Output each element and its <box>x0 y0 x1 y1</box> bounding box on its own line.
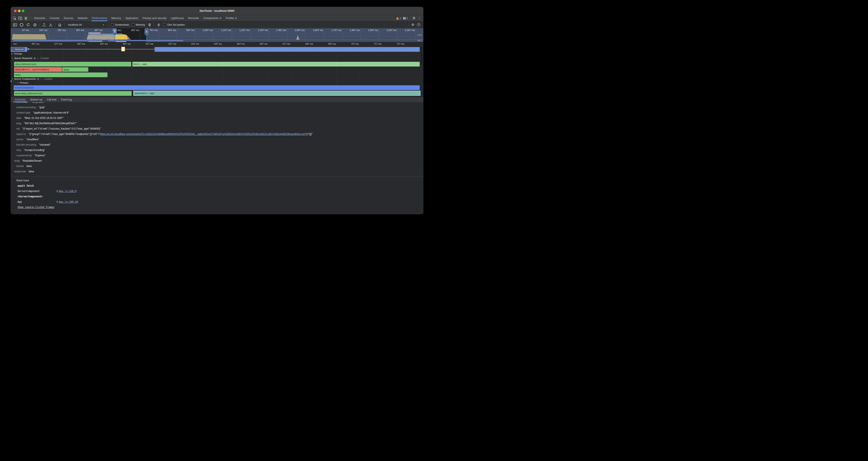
atom-icon <box>37 78 39 80</box>
frame-source-link[interactable]: App.js:190:16 <box>59 200 78 203</box>
settings-gear-icon[interactable]: ⚙ <box>412 17 415 20</box>
stack-frame: ServerComponent@App.js:128:9 <box>18 189 423 194</box>
tab-profiler[interactable]: Profiler <box>224 15 240 21</box>
screen: DevTools - localhost:3000/ ElementsConso… <box>0 0 434 231</box>
header-row-transfer-encoding: transfer-encoding"chunked" <box>11 142 423 147</box>
checkbox-box <box>163 23 166 26</box>
devtools-tabbar: ElementsConsoleSourcesNetworkPerformance… <box>11 15 423 21</box>
network-request-bar-small[interactable] <box>121 47 125 51</box>
header-key: date <box>16 117 21 119</box>
panel-settings-gear-icon[interactable]: ⚙ <box>411 23 414 27</box>
tab-components[interactable]: Components <box>201 15 224 21</box>
dim-3rd-parties-checkbox[interactable]: Dim 3rd parties <box>163 23 185 26</box>
history-dropdown-value: localhost #4 <box>68 23 82 26</box>
more-options-kebab-icon[interactable]: ⋮ <box>417 16 421 20</box>
tab-performance[interactable]: Performance <box>90 15 110 21</box>
load-profile-icon[interactable] <box>42 23 46 27</box>
header-value: "application/json; charset=utf-8" <box>33 111 69 114</box>
timeline-ruler: ms567 ms577 ms587 ms597 ms607 ms617 ms62… <box>11 42 423 47</box>
screenshots-checkbox[interactable]: Screenshots <box>111 23 129 26</box>
overview-tick-label: 1,697 ms <box>306 29 323 31</box>
server-request-bar-delay-deferred[interactable]: delay (deferred text) <box>14 62 131 66</box>
screenshots-label: Screenshots <box>115 23 129 26</box>
window-title: DevTools - localhost:3000/ <box>11 7 423 15</box>
header-key: content-type <box>16 111 30 114</box>
tab-console[interactable]: Console <box>48 15 62 21</box>
overview-tick-label: 1,297 ms <box>232 29 249 31</box>
ruler-tick-label: 617 ms <box>139 42 153 45</box>
server-requests-title: Server Requests <box>14 57 32 59</box>
panel-tabs: ElementsConsoleSourcesNetworkPerformance… <box>32 15 239 21</box>
tabbar-right: 1 1 ⚙ ⋮ <box>396 16 423 20</box>
server-request-bar-delay2[interactable]: delay <box>14 73 107 77</box>
ruler-tick-label: 647 ms <box>208 42 222 45</box>
tab-memory[interactable]: Memory <box>109 15 123 21</box>
details-tab-event-log[interactable]: Event log <box>59 97 74 102</box>
tab-lighthouse[interactable]: Lighthouse <box>168 15 186 21</box>
overview-tick-label: 997 ms <box>177 29 194 31</box>
response-headers-list: connection"keep-alive"content-encoding"g… <box>11 102 423 174</box>
await-fetch-bar-selected[interactable]: await fetch (…/api) <box>133 91 421 96</box>
network-request-bar-long[interactable] <box>155 47 420 52</box>
tab-application[interactable]: Application <box>123 15 140 21</box>
stack-frame: Show ignore-listed frames <box>18 205 423 210</box>
network-track-title: Network <box>15 48 24 51</box>
issues-badge[interactable]: 1 <box>403 17 408 20</box>
clear-button[interactable] <box>33 23 37 27</box>
live-metrics-home-icon[interactable] <box>58 23 62 27</box>
checkbox-box <box>111 23 114 26</box>
flame-scrollbar-thumb[interactable] <box>421 47 422 50</box>
primary-subtrack-header[interactable]: ▼ Primary <box>17 82 28 84</box>
timeline-overview[interactable]: 97 ms197 ms297 ms397 ms497 ms597 ms697 m… <box>11 28 423 42</box>
ruler-tick-label: 727 ms <box>390 42 404 45</box>
tab-network[interactable]: Network <box>75 15 90 21</box>
device-toolbar-icon[interactable] <box>19 17 22 20</box>
flame-chart[interactable]: ▶ Network ▶ Timings ▼ Server Requests — … <box>11 47 423 97</box>
details-tab-summary[interactable]: Summary <box>12 97 28 102</box>
overview-tick-label: 597 ms <box>104 29 121 31</box>
inspect-element-icon[interactable] <box>13 17 16 20</box>
checkbox-box <box>131 23 134 26</box>
server-components-header[interactable]: ▼ Server Components — Custom <box>11 78 52 80</box>
request-whisker <box>29 49 121 49</box>
devtools-window: DevTools - localhost:3000/ ElementsConso… <box>11 7 423 214</box>
details-tab-call-tree[interactable]: Call tree <box>44 97 59 102</box>
await-delay-bar[interactable]: await delay (deferred text) <box>14 91 131 96</box>
server-request-bar-fetch[interactable]: fetch (…/api) <box>132 62 420 66</box>
record-and-reload-button[interactable] <box>26 23 30 27</box>
timings-track-header[interactable]: ▶ Timings <box>11 52 22 55</box>
save-profile-icon[interactable] <box>49 23 53 27</box>
warnings-badge[interactable]: 1 <box>396 17 401 20</box>
expanded-triangle-icon: ▼ <box>17 82 19 84</box>
server-request-bar-delay[interactable]: delay <box>62 67 88 72</box>
record-button[interactable] <box>20 23 24 27</box>
history-dropdown[interactable]: localhost #4 ▼ <box>67 23 106 27</box>
tab-sources[interactable]: Sources <box>62 15 75 21</box>
stack-frame: await fetch <box>18 183 423 189</box>
toggle-sidebar-icon[interactable] <box>13 23 17 27</box>
tab-elements[interactable]: Elements <box>32 15 48 21</box>
flame-scrollbar-thumb[interactable] <box>421 52 422 64</box>
server-request-bar-delayed-error[interactable]: delayedError (…ayed exception) <box>14 67 62 72</box>
capture-settings-icon[interactable] <box>157 23 161 27</box>
frame-at: @ <box>56 190 58 193</box>
collect-garbage-icon[interactable] <box>147 23 152 27</box>
tab-recorder[interactable]: Recorder <box>186 15 201 21</box>
overview-tick-label: 1,897 ms <box>343 29 360 31</box>
show-ignore-listed-frames-link[interactable]: Show ignore-listed frames <box>18 206 55 209</box>
header-value: false <box>29 170 34 173</box>
summary-pane: connection"keep-alive"content-encoding"g… <box>11 102 423 214</box>
network-track-grip-icon[interactable] <box>28 48 28 50</box>
memory-checkbox[interactable]: Memory <box>131 23 145 26</box>
header-value: "chunked" <box>39 143 51 146</box>
tab-privacy-and-security[interactable]: Privacy and security <box>141 15 169 21</box>
header-value: \"}]}" <box>308 133 312 136</box>
network-track-header[interactable]: ▶ Network <box>11 48 25 51</box>
help-icon[interactable]: ? <box>417 23 420 27</box>
server-component-bar[interactable]: ServerComponent <box>14 85 420 90</box>
overview-tick-label: 1,197 ms <box>214 29 231 31</box>
header-value-link[interactable]: https://a.nel.cloudflare.com/report/v4?s… <box>100 133 308 136</box>
frame-source-link[interactable]: App.js:128:9 <box>59 190 76 193</box>
server-requests-header[interactable]: ▼ Server Requests — Custom <box>11 57 49 59</box>
details-tab-bottom-up[interactable]: Bottom-up <box>28 97 44 102</box>
